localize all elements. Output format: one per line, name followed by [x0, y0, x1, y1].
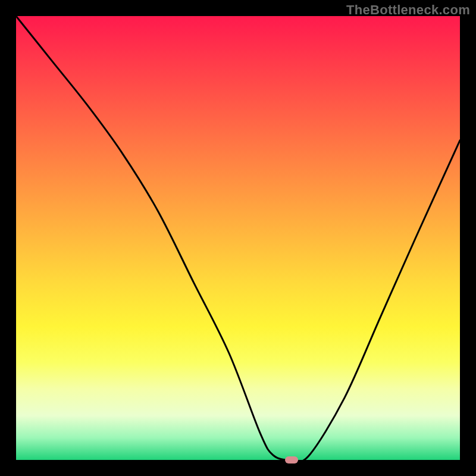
plot-area [16, 16, 460, 460]
chart-frame: TheBottleneck.com [0, 0, 476, 476]
curve-svg [16, 16, 460, 460]
watermark-text: TheBottleneck.com [346, 2, 470, 18]
min-marker [285, 456, 298, 464]
bottleneck-curve-path [16, 16, 460, 460]
